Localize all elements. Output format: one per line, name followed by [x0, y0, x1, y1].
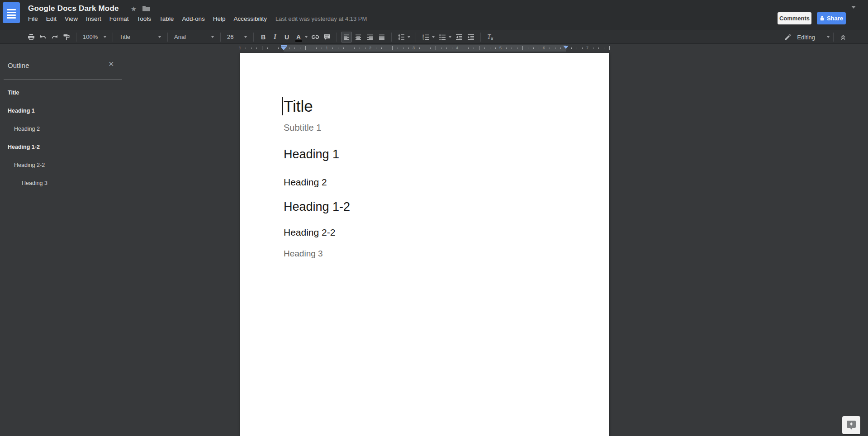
outline-item-heading-3[interactable]: Heading 3: [0, 174, 123, 192]
paint-format-button[interactable]: [61, 32, 72, 43]
align-left-icon: [343, 33, 350, 41]
svg-text:3: 3: [422, 38, 424, 41]
doc-heading1-paragraph[interactable]: Heading 1: [284, 147, 566, 162]
toolbar-separator: [167, 33, 168, 42]
text-color-icon: A: [296, 34, 300, 40]
docs-home-logo[interactable]: [3, 2, 20, 23]
align-center-icon: [355, 33, 362, 41]
font-family-select[interactable]: Arial: [171, 32, 217, 43]
align-justify-button[interactable]: [376, 32, 387, 43]
doc-title-paragraph[interactable]: Title: [284, 96, 566, 116]
left-indent-marker[interactable]: [281, 45, 287, 50]
underline-button[interactable]: U: [281, 32, 292, 43]
text-color-button[interactable]: A: [293, 32, 304, 43]
menu-accessibility[interactable]: Accessibility: [229, 14, 271, 24]
bulleted-list-icon: [438, 33, 446, 41]
chevron-down-icon: [158, 36, 161, 38]
redo-button[interactable]: [49, 32, 60, 43]
explore-icon: [846, 420, 856, 431]
outline-item-title[interactable]: Title: [0, 84, 123, 102]
document-workspace: 11234567 Outline × Title Heading 1 Headi…: [0, 44, 868, 436]
toolbar-separator: [480, 33, 481, 42]
mode-pencil-icon: [782, 32, 793, 43]
menu-view[interactable]: View: [61, 14, 82, 24]
decrease-indent-button[interactable]: [454, 32, 465, 43]
share-button[interactable]: Share: [817, 12, 846, 24]
bulleted-list-chevron-icon[interactable]: [449, 36, 451, 38]
last-edit-status[interactable]: Last edit was yesterday at 4:13 PM: [275, 15, 367, 22]
toolbar-separator: [220, 33, 221, 42]
decrease-indent-icon: [455, 33, 463, 41]
editing-mode-chevron-icon[interactable]: [827, 36, 830, 38]
numbered-list-chevron-icon[interactable]: [432, 36, 435, 38]
align-center-button[interactable]: [353, 32, 364, 43]
menu-tools[interactable]: Tools: [133, 14, 156, 24]
folder-icon[interactable]: [142, 5, 150, 12]
zoom-select[interactable]: 100%: [80, 32, 109, 43]
text-color-chevron-icon[interactable]: [305, 36, 308, 38]
paragraph-style-select[interactable]: Title: [117, 32, 164, 43]
numbered-list-icon: 123: [422, 33, 430, 41]
line-spacing-chevron-icon[interactable]: [408, 36, 410, 38]
bulleted-list-button[interactable]: [437, 32, 448, 43]
toolbar-separator: [391, 33, 392, 42]
doc-heading2-2-paragraph[interactable]: Heading 2-2: [284, 227, 566, 238]
doc-heading3-paragraph[interactable]: Heading 3: [284, 248, 566, 259]
right-indent-marker[interactable]: [563, 45, 569, 49]
italic-button[interactable]: I: [270, 32, 280, 43]
google-docs-app: Google Docs Dark Mode ★ File Edit View I…: [0, 0, 868, 436]
menu-insert[interactable]: Insert: [82, 14, 105, 24]
menu-addons[interactable]: Add-ons: [178, 14, 209, 24]
undo-button[interactable]: [38, 32, 48, 43]
close-icon[interactable]: ×: [109, 59, 114, 69]
doc-heading2-paragraph[interactable]: Heading 2: [284, 176, 566, 188]
clear-formatting-button[interactable]: Tx: [485, 32, 496, 43]
document-title[interactable]: Google Docs Dark Mode: [28, 4, 119, 13]
align-right-button[interactable]: [365, 32, 375, 43]
menu-help[interactable]: Help: [209, 14, 230, 24]
toolbar-separator: [113, 33, 113, 42]
outline-item-heading-1[interactable]: Heading 1: [0, 102, 123, 120]
align-justify-icon: [378, 33, 385, 41]
comments-button[interactable]: Comments: [778, 12, 811, 24]
first-line-indent-marker[interactable]: [281, 45, 287, 47]
star-icon[interactable]: ★: [131, 5, 137, 12]
increase-indent-button[interactable]: [465, 32, 476, 43]
menu-table[interactable]: Table: [155, 14, 178, 24]
doc-subtitle-paragraph[interactable]: Subtitle 1: [284, 122, 566, 133]
doc-heading1-2-paragraph[interactable]: Heading 1-2: [284, 199, 566, 215]
font-size-select[interactable]: 26: [224, 32, 250, 43]
toolbar-separator: [76, 33, 76, 42]
double-chevron-up-icon: [840, 33, 847, 41]
explore-button[interactable]: [842, 416, 860, 434]
document-page[interactable]: Title Subtitle 1 Heading 1 Heading 2 Hea…: [240, 53, 609, 436]
numbered-list-button[interactable]: 123: [420, 32, 431, 43]
align-left-button[interactable]: [341, 32, 352, 43]
insert-comment-icon: [323, 33, 331, 41]
print-button[interactable]: [26, 32, 37, 43]
menu-file[interactable]: File: [24, 14, 42, 24]
chevron-down-icon: [244, 36, 247, 38]
collapse-toolbar-button[interactable]: [838, 32, 849, 43]
outline-item-heading-2-2[interactable]: Heading 2-2: [0, 156, 123, 174]
line-spacing-button[interactable]: [396, 32, 407, 43]
redo-icon: [51, 33, 59, 41]
outline-item-heading-1-2[interactable]: Heading 1-2: [0, 138, 123, 156]
editing-mode-select[interactable]: Editing: [797, 34, 815, 41]
line-spacing-icon: [397, 33, 405, 41]
toolbar-separator: [833, 33, 834, 42]
insert-link-icon: [311, 33, 320, 41]
menu-bar: File Edit View Insert Format Tools Table…: [24, 14, 367, 24]
ruler: 11234567: [240, 45, 609, 52]
bold-button[interactable]: B: [258, 32, 269, 43]
outline-item-heading-2[interactable]: Heading 2: [0, 120, 123, 138]
menu-format[interactable]: Format: [105, 14, 133, 24]
insert-link-button[interactable]: [310, 32, 321, 43]
chevron-down-icon: [211, 36, 214, 38]
clear-formatting-icon: Tx: [487, 33, 493, 41]
toolbar-separator: [416, 33, 416, 42]
insert-comment-button[interactable]: [322, 32, 332, 43]
top-bar: Google Docs Dark Mode ★ File Edit View I…: [0, 0, 868, 30]
hide-menus-arrow-icon[interactable]: [851, 6, 856, 9]
menu-edit[interactable]: Edit: [42, 14, 61, 24]
